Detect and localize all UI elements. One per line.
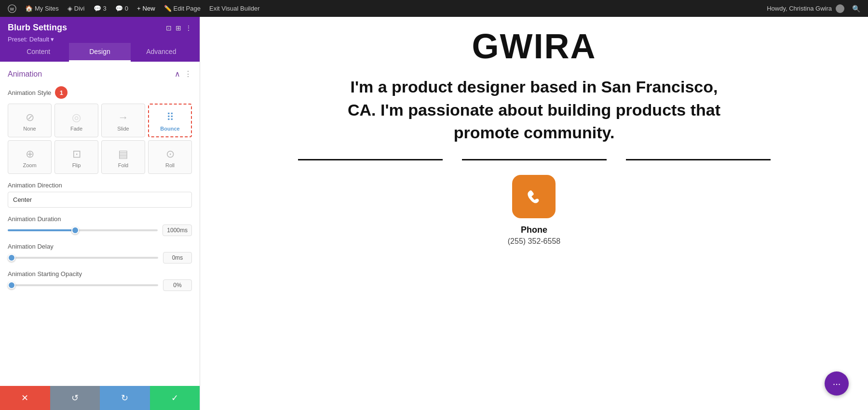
anim-flip[interactable]: ⊡ Flip [54, 140, 98, 174]
tab-advanced[interactable]: Advanced [131, 43, 192, 62]
bounce-icon: ⠿ [166, 111, 174, 124]
tab-design[interactable]: Design [69, 43, 130, 62]
anim-bounce[interactable]: ⠿ Bounce [148, 104, 192, 137]
main-layout: Blurb Settings ⊡ ⊞ ⋮ Preset: Default ▾ C… [0, 17, 868, 410]
divider-center [462, 159, 607, 160]
section-actions: ∧ ⋮ [175, 69, 192, 79]
duration-label: Animation Duration [8, 215, 192, 223]
delay-value[interactable]: 0ms [163, 252, 192, 264]
tab-content[interactable]: Content [8, 43, 69, 62]
duration-track[interactable] [8, 229, 158, 231]
animation-style-row: Animation Style 1 [8, 86, 192, 99]
more-icon[interactable]: ⋮ [185, 24, 192, 32]
opacity-thumb[interactable] [8, 281, 15, 289]
comment-zero-count: 0 [125, 5, 128, 12]
delay-thumb[interactable] [8, 254, 15, 262]
roll-label: Roll [165, 162, 175, 168]
edit-page-item[interactable]: ✏️ Edit Page [160, 0, 204, 17]
wp-admin-bar: W 🏠 My Sites ◈ Divi 💬 3 💬 0 + New ✏️ Edi… [0, 0, 868, 17]
confirm-button[interactable]: ✓ [150, 386, 200, 410]
pencil-icon: ✏️ [164, 5, 172, 12]
user-avatar [836, 4, 844, 13]
animation-badge: 1 [55, 86, 68, 99]
duration-thumb[interactable] [71, 226, 79, 234]
anim-none[interactable]: ⊘ None [8, 104, 52, 137]
roll-icon: ⊙ [166, 148, 175, 160]
panel-body: Animation ∧ ⋮ Animation Style 1 ⊘ None [0, 62, 200, 386]
opacity-track[interactable] [8, 284, 158, 286]
undo-button[interactable]: ↺ [50, 386, 100, 410]
divi-item[interactable]: ◈ Divi [64, 0, 89, 17]
comment-icon: 💬 [94, 5, 101, 12]
fade-label: Fade [70, 126, 82, 132]
phone-icon [522, 185, 546, 209]
svg-text:W: W [10, 6, 14, 11]
section-options-icon[interactable]: ⋮ [184, 69, 192, 79]
opacity-value[interactable]: 0% [163, 279, 192, 291]
search-icon[interactable]: 🔍 [848, 5, 864, 13]
wp-logo-item[interactable]: W [4, 0, 20, 17]
delay-row: 0ms [8, 252, 192, 264]
opacity-section: Animation Starting Opacity 0% [8, 270, 192, 291]
anim-slide[interactable]: → Slide [101, 104, 145, 137]
direction-label: Animation Direction [8, 182, 192, 189]
anim-zoom[interactable]: ⊕ Zoom [8, 140, 52, 174]
opacity-row: 0% [8, 279, 192, 291]
exit-builder-label: Exit Visual Builder [209, 5, 260, 12]
none-label: None [23, 126, 36, 132]
edit-page-label: Edit Page [174, 5, 201, 12]
phone-icon-box [512, 175, 556, 218]
redo-button[interactable]: ↻ [100, 386, 150, 410]
collapse-icon[interactable]: ∧ [175, 69, 180, 79]
duration-fill [8, 229, 75, 231]
site-title: GWIRA [472, 26, 597, 66]
my-sites-item[interactable]: 🏠 My Sites [21, 0, 63, 17]
divi-label: Divi [74, 5, 85, 12]
action-bar: ✕ ↺ ↻ ✓ [0, 386, 200, 410]
howdy-text: Howdy, Christina Gwira [767, 5, 832, 12]
divider-left [298, 159, 443, 160]
comment-count: 3 [103, 5, 107, 12]
delay-section: Animation Delay 0ms [8, 243, 192, 264]
dividers-row [219, 159, 849, 160]
canvas-area: GWIRA I'm a product designer based in Sa… [200, 17, 868, 410]
panel-title: Blurb Settings [8, 23, 67, 33]
new-item[interactable]: + New [133, 0, 159, 17]
plus-icon: + [137, 5, 141, 12]
cancel-button[interactable]: ✕ [0, 386, 50, 410]
bounce-label: Bounce [160, 126, 179, 132]
anim-fold[interactable]: ▤ Fold [101, 140, 145, 174]
animation-direction-select[interactable]: Center Top Bottom Left Right [8, 192, 192, 208]
preset-label[interactable]: Preset: Default ▾ [8, 36, 192, 43]
duration-row: 1000ms [8, 225, 192, 236]
grid-icon[interactable]: ⊞ [176, 24, 181, 32]
fade-icon: ◎ [72, 111, 81, 124]
contact-number: (255) 352-6558 [508, 237, 560, 246]
panel-header: Blurb Settings ⊡ ⊞ ⋮ Preset: Default ▾ C… [0, 17, 200, 62]
anim-fade[interactable]: ◎ Fade [54, 104, 98, 137]
none-icon: ⊘ [26, 111, 34, 124]
duration-value[interactable]: 1000ms [163, 225, 192, 236]
confirm-icon: ✓ [171, 393, 178, 403]
slide-label: Slide [117, 126, 129, 132]
animation-style-label: Animation Style [8, 89, 51, 96]
fold-icon: ▤ [118, 148, 128, 160]
floating-dots-icon: ··· [833, 378, 841, 389]
anim-roll[interactable]: ⊙ Roll [148, 140, 192, 174]
comments-item[interactable]: 💬 3 [90, 0, 110, 17]
divi-icon: ◈ [68, 5, 72, 12]
undo-icon: ↺ [71, 393, 79, 403]
comment-zero-item[interactable]: 💬 0 [111, 0, 132, 17]
chevron-down-icon: ▾ [51, 36, 54, 43]
floating-action-button[interactable]: ··· [825, 371, 849, 396]
house-icon: 🏠 [25, 5, 33, 12]
my-sites-label: My Sites [35, 5, 59, 12]
divider-right [626, 159, 771, 160]
duration-section: Animation Duration 1000ms [8, 215, 192, 236]
contact-title: Phone [521, 225, 547, 235]
fullscreen-icon[interactable]: ⊡ [166, 24, 172, 32]
redo-icon: ↻ [121, 393, 128, 403]
delay-track[interactable] [8, 257, 158, 259]
exit-builder-item[interactable]: Exit Visual Builder [205, 0, 264, 17]
panel-tabs: Content Design Advanced [8, 43, 192, 62]
